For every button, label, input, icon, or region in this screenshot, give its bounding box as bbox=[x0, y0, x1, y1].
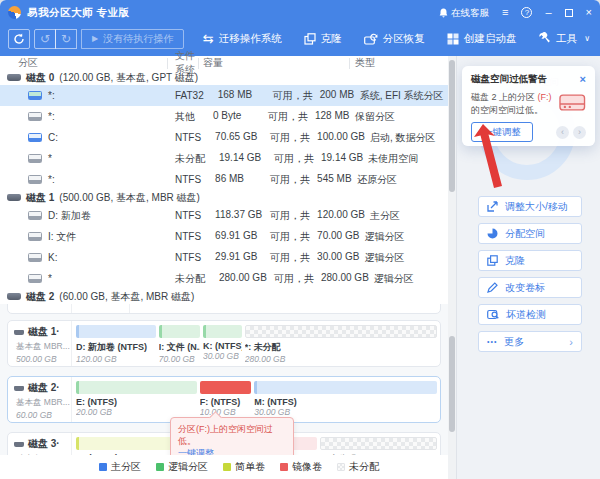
clone-disk-button[interactable]: 克隆 bbox=[478, 250, 582, 271]
pending-operations-button[interactable]: ▶ 没有待执行操作 bbox=[81, 29, 184, 49]
disk-icon bbox=[7, 293, 21, 300]
partition-icon bbox=[28, 274, 42, 283]
partition-icon bbox=[28, 253, 42, 262]
table-row[interactable]: *: FAT32 168 MB可用，共200 MB 系统, EFI 系统分区 bbox=[0, 85, 448, 106]
create-boot-disk-button[interactable]: 创建启动盘 bbox=[447, 32, 517, 46]
disk-group-row[interactable]: 磁盘 2(60.00 GB, 基本盘, MBR 磁盘) bbox=[0, 289, 448, 304]
disk-map-card[interactable]: 磁盘 2· 基本盘 MBR... 60.00 GB E: (NTFS) 20.0… bbox=[7, 376, 441, 423]
minimize-button[interactable]: – bbox=[545, 7, 551, 18]
bad-sector-check-button[interactable]: 坏道检测 bbox=[478, 304, 582, 325]
partition-block[interactable]: D: 新加卷 (NTFS) 120.00 GB bbox=[76, 325, 156, 366]
partition-recovery-icon bbox=[364, 33, 378, 45]
redo-button[interactable]: ↻ bbox=[55, 29, 77, 49]
refresh-icon bbox=[13, 33, 25, 45]
column-header-capacity: 容量 bbox=[199, 58, 350, 69]
legend-item: 逻辑分区 bbox=[156, 460, 208, 474]
simple-swatch bbox=[223, 463, 231, 471]
scrollbar-thumb[interactable] bbox=[449, 60, 455, 192]
more-dots-icon: ••• bbox=[487, 338, 497, 345]
support-link[interactable]: 在线客服 bbox=[439, 8, 489, 18]
partition-block-low-space[interactable]: F: (NTFS) 10.00 GB bbox=[200, 381, 251, 422]
legend-bar: 主分区 逻辑分区 简单卷 镜像卷 未分配 bbox=[0, 455, 448, 479]
table-row[interactable]: C: NTFS 70.65 GB可用，共100.00 GB 启动, 数据分区 bbox=[0, 127, 448, 148]
column-header-partition: 分区 bbox=[0, 58, 168, 69]
refresh-button[interactable] bbox=[8, 29, 30, 49]
partition-icon bbox=[28, 211, 42, 220]
scrollbar-thumb[interactable] bbox=[449, 336, 455, 432]
disk-map-card[interactable]: 磁盘 1· 基本盘 MBR... 500.00 GB D: 新加卷 (NTFS)… bbox=[7, 320, 441, 367]
partition-block[interactable]: *: 未分配 280.00 GB bbox=[245, 325, 437, 366]
clone-icon bbox=[304, 33, 316, 45]
popup-message: 磁盘 2 上的分区 (F:) 的空闲空间过低。 bbox=[471, 91, 555, 116]
table-row[interactable]: I: 文件 NTFS 69.91 GB可用，共70.00 GB 逻辑分区 bbox=[0, 226, 448, 247]
disk-icon bbox=[14, 330, 24, 335]
partition-icon bbox=[28, 91, 42, 100]
migrate-os-icon: ⇆ bbox=[203, 31, 214, 46]
app-logo-icon bbox=[8, 6, 21, 19]
legend-item: 镜像卷 bbox=[280, 460, 322, 474]
top-bar: 易我分区大师 专业版 在线客服 ≡ ? – × ↺ ↻ ▶ bbox=[0, 0, 600, 56]
primary-swatch bbox=[99, 463, 107, 471]
table-row[interactable]: *: NTFS 86 MB可用，共545 MB 还原分区 bbox=[0, 169, 448, 190]
chevron-down-icon: ∨ bbox=[584, 34, 590, 43]
disk-group-row[interactable]: 磁盘 1(500.00 GB, 基本盘, MBR 磁盘) bbox=[0, 190, 448, 205]
bell-icon bbox=[439, 8, 448, 18]
table-row[interactable]: K: NTFS 29.91 GB可用，共30.00 GB 逻辑分区 bbox=[0, 247, 448, 268]
menu-icon[interactable]: ≡ bbox=[502, 7, 508, 18]
partition-icon bbox=[28, 232, 42, 241]
partition-icon bbox=[28, 133, 42, 142]
unallocated-swatch bbox=[337, 463, 345, 471]
clone-button[interactable]: 克隆 bbox=[304, 32, 342, 46]
annotation-arrow bbox=[469, 124, 513, 190]
warning-disk-icon bbox=[559, 91, 586, 114]
chevron-right-icon: › bbox=[569, 336, 573, 348]
tools-icon bbox=[538, 32, 551, 45]
migrate-os-button[interactable]: ⇆ 迁移操作系统 bbox=[203, 31, 282, 46]
app-title: 易我分区大师 专业版 bbox=[27, 6, 129, 20]
partition-block[interactable]: M: (NTFS) 30.00 GB bbox=[254, 381, 437, 422]
table-header: 分区 文件系统 容量 类型 bbox=[0, 56, 448, 70]
partition-block[interactable]: K: (NTFS) 30.00 GB bbox=[203, 325, 242, 366]
next-page-button[interactable]: › bbox=[573, 126, 586, 139]
help-icon[interactable]: ? bbox=[521, 7, 532, 18]
allocate-space-button[interactable]: 分配空间 bbox=[478, 223, 582, 244]
partition-icon bbox=[28, 112, 42, 121]
table-row[interactable]: D: 新加卷 NTFS 118.37 GB可用，共120.00 GB 主分区 bbox=[0, 205, 448, 226]
disk-group-row[interactable]: 磁盘 0(120.00 GB, 基本盘, GPT 磁盘) bbox=[0, 70, 448, 85]
partition-table: 分区 文件系统 容量 类型 磁盘 0(120.00 GB, 基本盘, GPT 磁… bbox=[0, 56, 448, 304]
play-icon: ▶ bbox=[92, 34, 98, 43]
maximize-button[interactable] bbox=[565, 9, 573, 17]
tools-menu-button[interactable]: 工具 ∨ bbox=[538, 32, 590, 46]
table-row[interactable]: * 未分配 280.00 GB可用，共280.00 GB 逻辑分区 bbox=[0, 268, 448, 289]
table-row[interactable]: * 未分配 19.14 GB可用，共19.14 GB 未使用空间 bbox=[0, 148, 448, 169]
disk-map-card-partial[interactable] bbox=[7, 304, 441, 314]
app-window: 易我分区大师 专业版 在线客服 ≡ ? – × ↺ ↻ ▶ bbox=[0, 0, 600, 479]
partition-recovery-button[interactable]: 分区恢复 bbox=[364, 32, 425, 46]
scrollbar-track[interactable] bbox=[448, 56, 456, 479]
disk-icon bbox=[14, 442, 24, 447]
prev-page-button[interactable]: ‹ bbox=[556, 126, 569, 139]
partition-block[interactable]: *: 未分配 bbox=[320, 437, 437, 455]
tooltip-text: 分区(F:)上的空闲空间过低。 bbox=[178, 423, 286, 447]
undo-button[interactable]: ↺ bbox=[34, 29, 56, 49]
popup-title: 磁盘空间过低警告 bbox=[471, 73, 547, 86]
close-button[interactable]: × bbox=[586, 7, 592, 18]
resize-move-button[interactable]: 调整大小/移动 bbox=[478, 196, 582, 217]
column-header-type: 类型 bbox=[350, 58, 448, 69]
more-button[interactable]: ••• 更多 › bbox=[478, 331, 582, 352]
disk-icon bbox=[7, 194, 21, 201]
change-label-button[interactable]: 改变卷标 bbox=[478, 277, 582, 298]
logical-swatch bbox=[156, 463, 164, 471]
table-row[interactable]: *: 其他 0 Byte可用，共128 MB 保留分区 bbox=[0, 106, 448, 127]
legend-item: 未分配 bbox=[337, 460, 379, 474]
disk-map-section: 磁盘 1· 基本盘 MBR... 500.00 GB D: 新加卷 (NTFS)… bbox=[0, 304, 448, 455]
mirror-swatch bbox=[280, 463, 288, 471]
pencil-icon bbox=[487, 282, 498, 293]
title-bar: 易我分区大师 专业版 在线客服 ≡ ? – × bbox=[0, 0, 600, 25]
partition-block[interactable]: I: 文件 (N.. 70.00 GB bbox=[159, 325, 200, 366]
allocate-space-icon bbox=[487, 228, 498, 239]
partition-block[interactable]: E: (NTFS) 20.00 GB bbox=[76, 381, 197, 422]
popup-close-icon[interactable]: × bbox=[580, 74, 586, 85]
low-space-tooltip: 分区(F:)上的空闲空间过低。 一键调整 bbox=[170, 417, 294, 455]
tooltip-adjust-link[interactable]: 一键调整 bbox=[178, 448, 214, 455]
